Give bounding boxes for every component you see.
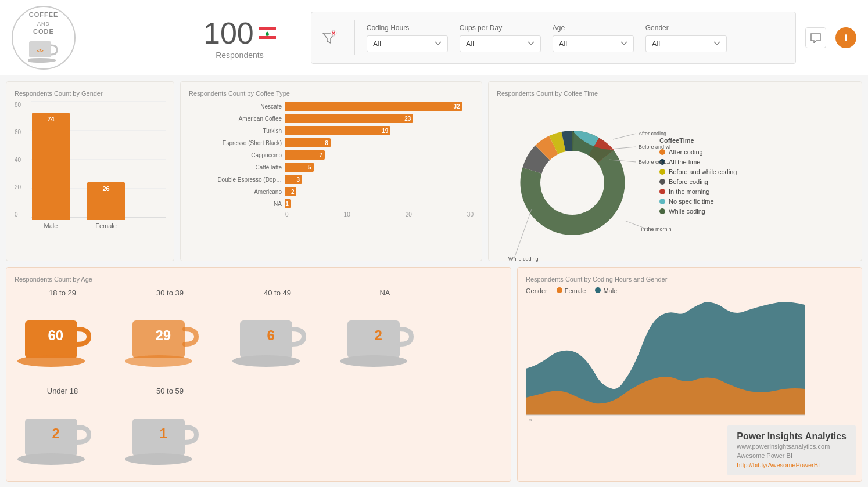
legend-before-coding: Before coding [659,178,737,185]
svg-text:Before and while c...: Before and while c... [639,144,671,150]
watermark-source: Awesome Power BI [737,452,847,459]
respondents-section: 100 🌲 Respondents [203,16,276,60]
header-icons: i [805,27,856,48]
x-axis: 0102030 [285,211,474,218]
svg-rect-25 [240,320,292,358]
cups-grid: 18 to 29 60 30 to 39 [15,288,503,473]
cups-per-day-select[interactable]: All [460,35,541,52]
bar-row-double-espresso: Double Espresso (Dop… 3 [189,175,474,184]
bar-row-turkish: Turkish 19 [189,126,474,135]
coding-hours-chart: 0 [526,299,805,421]
filter-divider [354,20,355,55]
svg-text:</>: </> [37,48,44,53]
respondents-count: 100 🌲 [203,16,276,50]
chevron-down-icon [435,41,442,46]
logo-text: COFFEE AND CODE [29,10,59,35]
logo: COFFEE AND CODE </> [12,6,76,70]
legend-title: CoffeeTime [659,137,737,144]
watermark-website: www.powerinsightsanalytics.com [737,443,847,450]
charts-row-1: Respondents Count by Gender 020406080 74… [6,81,862,261]
svg-rect-31 [132,419,185,456]
bar-row-latte: Caffè latte 5 [189,163,474,172]
gender-chart-title: Respondents Count by Gender [15,90,166,97]
charts-row-2: Respondents Count by Age 18 to 29 60 30 … [6,267,862,482]
gender-legend: Gender Female Male [526,287,853,294]
logo-cup-group: </> [28,38,60,65]
bar-row-american: American Coffee 23 [189,114,474,123]
logo-cup: </> [28,38,60,65]
legend-before-while: Before and while coding [659,168,737,175]
gender-label: Gender [645,24,727,32]
svg-text:0: 0 [529,417,532,421]
svg-rect-27 [347,320,400,358]
cup-30-39: 30 to 39 29 [122,288,218,375]
filter-icon [321,30,337,46]
svg-text:After coding: After coding [639,131,666,136]
legend-while-coding: While coding [659,208,737,215]
bar-row-na: NA 1 [189,199,474,208]
cup-svg-40-49 [231,303,324,373]
filter-gender: Gender All [645,24,727,52]
gender-bar-chart: 020406080 74 Male 26 Female [15,102,166,241]
svg-point-28 [340,355,407,367]
age-label: Age [553,24,634,32]
svg-text:In the morning: In the morning [641,226,671,232]
coffee-time-title: Respondents Count by Coffee Time [497,90,853,97]
gender-select[interactable]: All [645,35,727,52]
coding-hours-label: Coding Hours [367,24,448,32]
svg-point-2 [28,58,56,63]
legend-all-time: All the time [659,158,737,165]
svg-rect-4 [259,27,276,30]
coffee-time-panel: Respondents Count by Coffee Time [488,81,862,261]
cup-40-49: 40 to 49 6 [229,288,325,375]
cup-svg-50-59 [124,401,217,471]
cup-under-18: Under 18 2 [15,387,110,473]
bar-row-americano: Americano 2 [189,187,474,196]
legend-morning: In the morning [659,188,737,195]
cup-50-59: 50 to 59 1 [122,387,218,473]
legend-after-coding: After coding [659,149,737,156]
cups-per-day-label: Cups per Day [460,24,541,32]
svg-point-32 [125,453,192,465]
svg-point-10 [540,151,604,215]
watermark: Power Insights Analytics www.powerinsigh… [727,425,856,475]
watermark-link[interactable]: http://bit.ly/AwesomePowerBI [737,461,820,468]
chevron-down-icon [620,41,627,46]
filter-age: Age All [553,24,634,52]
svg-point-22 [17,355,85,367]
svg-point-30 [17,453,85,465]
filter-cups-per-day: Cups per Day All [460,24,541,52]
respondents-label: Respondents [216,50,264,60]
legend-no-specific: No specific time [659,198,737,205]
header: COFFEE AND CODE </> 100 🌲 [0,0,868,75]
cup-svg-under18 [16,401,109,471]
chevron-down-icon [528,41,535,46]
svg-text:While coding: While coding [508,256,539,262]
watermark-company: Power Insights Analytics [737,431,847,442]
coding-hours-select[interactable]: All [367,35,448,52]
svg-rect-29 [25,419,77,456]
svg-point-26 [232,355,300,367]
svg-point-24 [125,355,192,367]
svg-line-13 [610,147,636,149]
age-title: Respondents Count by Age [15,276,503,283]
age-panel: Respondents Count by Age 18 to 29 60 30 … [6,267,511,482]
donut-chart: After coding Before and while c... Befor… [497,102,648,252]
coffee-type-panel: Respondents Count by Coffee Type Nescafe… [180,81,482,261]
donut-wrapper: After coding Before and while c... Befor… [497,102,853,252]
cup-svg-na [339,303,432,373]
coding-hours-title: Respondents Count by Coding Hours and Ge… [526,276,853,283]
coffee-type-bars: Nescafe 32 American Coffee 23 Turkish 19… [189,102,474,218]
chat-icon[interactable] [805,27,826,48]
bar-row-cappuccino: Cappuccino 7 [189,150,474,160]
cup-na: NA 2 [337,288,433,375]
filter-clear[interactable] [321,30,337,46]
donut-legend: CoffeeTime After coding All the time Bef… [659,137,737,218]
coffee-type-title: Respondents Count by Coffee Type [189,90,474,97]
coding-hours-panel: Respondents Count by Coding Hours and Ge… [517,267,862,482]
info-icon[interactable]: i [835,27,856,48]
filter-coding-hours: Coding Hours All [367,24,448,52]
filters-bar: Coding Hours All Cups per Day All Age Al… [311,12,796,64]
age-select[interactable]: All [553,35,634,52]
chevron-down-icon [713,41,720,46]
